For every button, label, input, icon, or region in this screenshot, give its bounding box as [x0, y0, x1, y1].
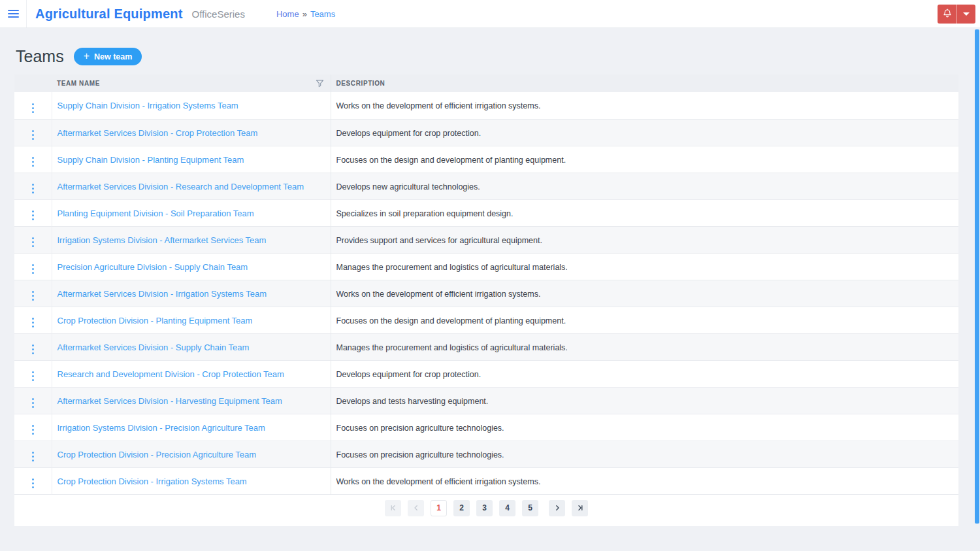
- team-description: Provides support and services for agricu…: [336, 236, 542, 245]
- kebab-menu-icon[interactable]: [30, 396, 36, 410]
- team-description: Manages the procurement and logistics of…: [336, 343, 568, 352]
- team-description: Manages the procurement and logistics of…: [336, 263, 568, 272]
- previous-page-button[interactable]: [408, 500, 424, 516]
- team-name-column-header: TEAM NAME: [52, 75, 331, 92]
- chevron-left-icon: [411, 503, 421, 513]
- header-actions: [938, 5, 975, 24]
- team-description: Focuses on precision agriculture technol…: [336, 424, 504, 433]
- plus-icon: +: [84, 51, 90, 61]
- team-name-link[interactable]: Aftermarket Services Division - Crop Pro…: [57, 128, 258, 138]
- table-row: Crop Protection Division - Irrigation Sy…: [14, 467, 958, 494]
- team-description: Develops new agricultural technologies.: [336, 182, 480, 192]
- table-body: Supply Chain Division - Irrigation Syste…: [14, 92, 958, 494]
- first-page-button[interactable]: [385, 500, 401, 516]
- notifications-button[interactable]: [938, 5, 957, 24]
- kebab-menu-icon[interactable]: [30, 262, 36, 276]
- kebab-menu-icon[interactable]: [30, 342, 36, 356]
- team-description: Develops equipment for crop protection.: [336, 129, 482, 138]
- page-head: Teams + New team: [0, 28, 980, 67]
- team-description: Focuses on the design and development of…: [336, 316, 566, 326]
- kebab-menu-icon[interactable]: [30, 423, 36, 437]
- team-name-link[interactable]: Aftermarket Services Division - Supply C…: [57, 342, 250, 352]
- team-name-link[interactable]: Aftermarket Services Division - Harvesti…: [57, 396, 282, 406]
- filter-funnel-icon[interactable]: [316, 79, 324, 89]
- page-button-4[interactable]: 4: [499, 500, 515, 516]
- table-header-row: TEAM NAME DESCRIPTION: [14, 75, 958, 92]
- bell-icon: [942, 8, 953, 20]
- team-name-link[interactable]: Aftermarket Services Division - Research…: [57, 182, 304, 192]
- kebab-menu-icon[interactable]: [30, 235, 36, 249]
- header-dropdown-button[interactable]: [957, 5, 975, 24]
- team-description: Focuses on the design and development of…: [336, 156, 566, 165]
- breadcrumb: Home » Teams: [276, 9, 335, 19]
- kebab-menu-icon[interactable]: [30, 289, 36, 303]
- page-button-3[interactable]: 3: [476, 500, 493, 516]
- table-row: Crop Protection Division - Planting Equi…: [14, 307, 958, 333]
- kebab-menu-icon[interactable]: [30, 369, 36, 383]
- next-page-button[interactable]: [549, 500, 565, 516]
- kebab-menu-icon[interactable]: [30, 182, 36, 195]
- app-title: Agricultural Equipment: [35, 7, 183, 22]
- kebab-menu-icon[interactable]: [30, 316, 36, 329]
- team-name-link[interactable]: Precision Agriculture Division - Supply …: [57, 262, 248, 272]
- team-name-header-label: TEAM NAME: [57, 80, 100, 87]
- table-row: Supply Chain Division - Planting Equipme…: [14, 146, 958, 173]
- description-column-header: DESCRIPTION: [331, 75, 958, 92]
- team-description: Focuses on precision agriculture technol…: [336, 450, 504, 459]
- table-row: Aftermarket Services Division - Research…: [14, 173, 958, 199]
- pagination: 12345: [14, 495, 958, 526]
- table-row: Research and Development Division - Crop…: [14, 360, 958, 387]
- page-button-1[interactable]: 1: [431, 500, 447, 516]
- table-row: Irrigation Systems Division - Aftermarke…: [14, 226, 958, 253]
- menu-column-header: [14, 75, 52, 92]
- kebab-menu-icon[interactable]: [30, 476, 36, 490]
- teams-table: TEAM NAME DESCRIPTION Supply Chain Divis…: [14, 75, 958, 495]
- team-name-link[interactable]: Research and Development Division - Crop…: [57, 369, 284, 379]
- team-name-link[interactable]: Crop Protection Division - Irrigation Sy…: [57, 476, 247, 486]
- kebab-menu-icon[interactable]: [30, 101, 36, 115]
- kebab-menu-icon[interactable]: [30, 155, 36, 169]
- page-title: Teams: [16, 47, 64, 66]
- main-content: Teams + New team TEAM NAME: [0, 28, 980, 526]
- team-name-link[interactable]: Supply Chain Division - Irrigation Syste…: [57, 101, 238, 110]
- header-divider: [26, 0, 27, 27]
- breadcrumb-home-link[interactable]: Home: [276, 9, 299, 19]
- page-button-2[interactable]: 2: [453, 500, 470, 516]
- team-name-link[interactable]: Supply Chain Division - Planting Equipme…: [57, 155, 244, 165]
- team-name-link[interactable]: Crop Protection Division - Precision Agr…: [57, 450, 257, 459]
- team-description: Works on the development of efficient ir…: [336, 101, 541, 110]
- table-row: Aftermarket Services Division - Supply C…: [14, 333, 958, 360]
- team-name-link[interactable]: Crop Protection Division - Planting Equi…: [57, 316, 253, 326]
- menu-icon[interactable]: [0, 0, 26, 27]
- team-description: Develops equipment for crop protection.: [336, 370, 482, 379]
- page-number-buttons: 12345: [431, 500, 538, 516]
- page-button-5[interactable]: 5: [522, 500, 538, 516]
- team-description: Develops and tests harvesting equipment.: [336, 397, 489, 406]
- app-header: Agricultural Equipment OfficeSeries Home…: [0, 0, 980, 28]
- table-row: Irrigation Systems Division - Precision …: [14, 414, 958, 441]
- last-page-button[interactable]: [572, 500, 588, 516]
- breadcrumb-separator: »: [302, 9, 307, 19]
- team-name-link[interactable]: Irrigation Systems Division - Aftermarke…: [57, 235, 267, 245]
- table-row: Aftermarket Services Division - Irrigati…: [14, 280, 958, 307]
- table-row: Aftermarket Services Division - Crop Pro…: [14, 119, 958, 146]
- table-row: Supply Chain Division - Irrigation Syste…: [14, 92, 958, 119]
- breadcrumb-current-link[interactable]: Teams: [310, 9, 335, 19]
- kebab-menu-icon[interactable]: [30, 128, 36, 142]
- suite-label: OfficeSeries: [192, 8, 245, 20]
- kebab-menu-icon[interactable]: [30, 209, 36, 222]
- new-team-button[interactable]: + New team: [74, 48, 142, 65]
- table-row: Precision Agriculture Division - Supply …: [14, 253, 958, 280]
- team-description: Works on the development of efficient ir…: [336, 290, 541, 299]
- team-name-link[interactable]: Irrigation Systems Division - Precision …: [57, 423, 265, 433]
- team-name-link[interactable]: Planting Equipment Division - Soil Prepa…: [57, 209, 254, 218]
- kebab-menu-icon[interactable]: [30, 450, 36, 463]
- team-name-link[interactable]: Aftermarket Services Division - Irrigati…: [57, 289, 267, 299]
- team-description: Specializes in soil preparation equipmen…: [336, 209, 514, 218]
- new-team-button-label: New team: [94, 52, 132, 61]
- page-scrollbar-thumb[interactable]: [975, 29, 979, 524]
- table-row: Aftermarket Services Division - Harvesti…: [14, 387, 958, 414]
- chevron-right-icon: [552, 503, 563, 513]
- chevron-bar-right-icon: [575, 503, 585, 513]
- table-row: Crop Protection Division - Precision Agr…: [14, 441, 958, 467]
